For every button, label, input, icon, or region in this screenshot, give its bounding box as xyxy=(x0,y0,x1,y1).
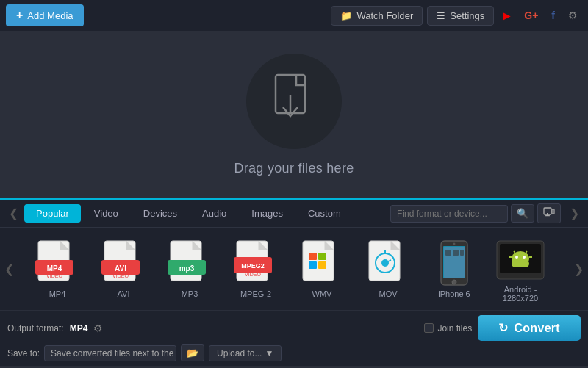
format-item-mp3[interactable]: mp3 MP3 xyxy=(157,232,223,306)
drop-circle xyxy=(246,54,342,149)
svg-text:mp3: mp3 xyxy=(179,264,195,273)
tab-video[interactable]: Video xyxy=(82,204,130,223)
svg-point-35 xyxy=(453,243,456,245)
output-settings-gear-icon[interactable]: ⚙ xyxy=(93,322,103,334)
convert-icon: ↻ xyxy=(498,321,508,335)
facebook-icon: f xyxy=(551,10,555,21)
format-label-android: Android - 1280x720 xyxy=(487,285,553,303)
plus-icon: + xyxy=(16,9,23,22)
svg-text:AVI: AVI xyxy=(115,264,126,273)
svg-rect-47 xyxy=(512,260,529,267)
items-left-arrow[interactable]: ❮ xyxy=(0,262,18,276)
svg-rect-24 xyxy=(318,253,326,260)
format-label-iphone6: iPhone 6 xyxy=(438,289,470,298)
format-item-mov[interactable]: MOV xyxy=(355,232,421,306)
tab-devices[interactable]: Devices xyxy=(132,204,189,223)
upload-to-button[interactable]: Upload to... ▼ xyxy=(209,345,282,361)
bottom-bar: Output format: MP4 ⚙ Join files ↻ Conver… xyxy=(0,310,588,366)
svg-rect-38 xyxy=(453,250,459,256)
svg-text:VIDEO: VIDEO xyxy=(245,272,261,277)
format-label-wmv: WMV xyxy=(312,289,332,298)
tab-audio[interactable]: Audio xyxy=(190,204,238,223)
svg-text:MP4: MP4 xyxy=(47,264,62,273)
svg-rect-25 xyxy=(309,261,317,269)
svg-rect-37 xyxy=(445,250,451,256)
svg-text:MPEG2: MPEG2 xyxy=(241,262,265,270)
browse-folder-button[interactable]: 📂 xyxy=(181,344,204,361)
save-path-text: Save converted files next to the o xyxy=(51,348,176,358)
watch-folder-icon: 📁 xyxy=(340,10,352,21)
join-files-checkbox-label[interactable]: Join files xyxy=(424,323,472,333)
gplus-icon: G+ xyxy=(524,10,538,21)
watch-folder-label: Watch Folder xyxy=(356,10,413,21)
svg-rect-5 xyxy=(552,209,554,214)
youtube-icon: ▶ xyxy=(503,10,511,21)
settings-list-icon: ☰ xyxy=(437,10,445,21)
save-path-button[interactable]: Save converted files next to the o ▼ xyxy=(44,345,176,361)
format-tabs-row: ❮ Popular Video Devices Audio Images Cus… xyxy=(0,200,588,228)
format-label-avi: AVI xyxy=(118,289,130,298)
svg-text:VIDEO: VIDEO xyxy=(46,273,62,278)
tabs-list: Popular Video Devices Audio Images Custo… xyxy=(21,200,384,227)
svg-rect-39 xyxy=(460,250,464,256)
svg-rect-3 xyxy=(547,213,548,215)
settings-label: Settings xyxy=(450,10,484,21)
items-right-arrow[interactable]: ❯ xyxy=(570,262,588,276)
right-actions: Join files ↻ Convert xyxy=(424,315,581,341)
format-item-mp4[interactable]: MP4 VIDEO MP4 xyxy=(24,232,90,306)
tab-images[interactable]: Images xyxy=(240,204,295,223)
svg-rect-23 xyxy=(309,253,317,260)
gplus-button[interactable]: G+ xyxy=(520,7,542,24)
add-media-label: Add Media xyxy=(27,10,73,21)
svg-text:VIDEO: VIDEO xyxy=(112,273,129,278)
folder-icon: 📂 xyxy=(187,347,198,358)
drop-text: Drag your files here xyxy=(234,161,354,176)
right-arrow-icon[interactable]: ❯ xyxy=(567,201,582,226)
settings-button[interactable]: ☰ Settings xyxy=(427,6,494,26)
format-item-iphone6[interactable]: iPhone 6 xyxy=(421,232,487,306)
save-to-label: Save to: xyxy=(7,348,40,358)
toolbar: + Add Media 📁 Watch Folder ☰ Settings ▶ … xyxy=(0,0,588,31)
convert-button[interactable]: ↻ Convert xyxy=(478,315,581,341)
svg-rect-4 xyxy=(545,215,550,216)
output-format-label: Output format: xyxy=(7,323,64,333)
custom-device-button[interactable] xyxy=(537,203,561,223)
svg-point-6 xyxy=(553,214,553,214)
upload-to-label: Upload to... xyxy=(217,348,262,358)
bottom-row1: Output format: MP4 ⚙ Join files ↻ Conver… xyxy=(7,315,581,341)
svg-point-43 xyxy=(515,256,518,259)
output-format-value: MP4 xyxy=(70,323,88,333)
join-files-label: Join files xyxy=(437,323,472,333)
tab-popular[interactable]: Popular xyxy=(24,204,81,223)
format-item-mpeg2[interactable]: MPEG2 VIDEO MPEG-2 xyxy=(223,232,289,306)
format-section: ❮ Popular Video Devices Audio Images Cus… xyxy=(0,198,588,310)
format-search-input[interactable] xyxy=(390,205,508,223)
gear-icon: ⚙ xyxy=(568,10,578,21)
left-arrow-icon[interactable]: ❮ xyxy=(6,201,21,226)
bottom-row2: Save to: Save converted files next to th… xyxy=(7,344,581,361)
tab-custom[interactable]: Custom xyxy=(296,204,353,223)
format-label-mp3: MP3 xyxy=(182,289,198,298)
convert-label: Convert xyxy=(514,322,560,335)
watch-folder-button[interactable]: 📁 Watch Folder xyxy=(331,6,423,26)
upload-dropdown-icon: ▼ xyxy=(265,348,273,358)
format-items-list: MP4 VIDEO MP4 AVI VIDEO AVI xyxy=(18,232,570,306)
youtube-button[interactable]: ▶ xyxy=(498,7,515,24)
format-item-wmv[interactable]: WMV xyxy=(289,232,355,306)
join-files-checkbox[interactable] xyxy=(424,323,434,333)
facebook-button[interactable]: f xyxy=(547,7,559,24)
format-item-avi[interactable]: AVI VIDEO AVI xyxy=(90,232,157,306)
gear-button[interactable]: ⚙ xyxy=(564,7,582,24)
svg-point-44 xyxy=(523,256,526,259)
format-item-android[interactable]: Android - 1280x720 xyxy=(487,232,553,306)
drop-zone[interactable]: Drag your files here xyxy=(0,31,588,198)
svg-rect-26 xyxy=(318,261,326,269)
format-label-mpeg2: MPEG-2 xyxy=(240,289,271,298)
format-label-mov: MOV xyxy=(379,289,397,298)
add-media-button[interactable]: + Add Media xyxy=(6,4,84,26)
format-items-row: ❮ MP4 VIDEO MP4 AVI xyxy=(0,228,588,310)
svg-point-34 xyxy=(452,280,456,284)
format-label-mp4: MP4 xyxy=(49,289,66,298)
format-search-area: 🔍 xyxy=(384,203,567,223)
search-button[interactable]: 🔍 xyxy=(511,204,534,223)
